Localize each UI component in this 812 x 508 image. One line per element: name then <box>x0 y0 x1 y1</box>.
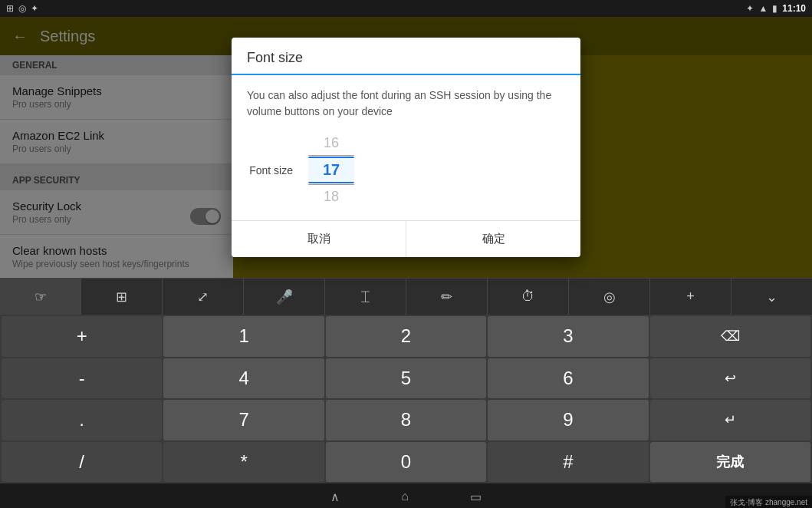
bottom-nav: ∧ ⌂ ▭ 张戈·博客 zhanggе.net <box>0 483 812 508</box>
key-plus[interactable]: + <box>2 316 162 357</box>
key-7[interactable]: 7 <box>163 400 324 440</box>
app-icon-1: ⊞ <box>6 3 14 14</box>
dialog-description: You can also adjust the font during an S… <box>247 87 565 120</box>
picker-divider-top <box>308 155 354 156</box>
toolbar-weibo-icon[interactable]: ◎ <box>569 279 650 315</box>
toolbar-eraser-icon[interactable]: ✏ <box>406 279 488 315</box>
picker-divider-bottom <box>308 184 354 185</box>
toolbar-plus-icon[interactable]: + <box>650 279 731 315</box>
nav-home-icon[interactable]: ⌂ <box>401 490 409 503</box>
key-minus[interactable]: - <box>2 358 162 399</box>
picker-value-current: 17 <box>308 157 354 183</box>
dialog-actions: 取消 确定 <box>232 220 580 257</box>
key-0[interactable]: 0 <box>326 442 486 483</box>
key-8[interactable]: 8 <box>326 400 486 440</box>
key-hash[interactable]: # <box>488 442 648 483</box>
confirm-button[interactable]: 确定 <box>406 221 580 257</box>
key-1[interactable]: 1 <box>163 316 324 357</box>
key-slash[interactable]: / <box>2 442 162 483</box>
dialog-header: Font size <box>232 38 580 75</box>
dialog-overlay: Font size You can also adjust the font d… <box>0 17 812 278</box>
keyboard-toolbar: ☞ ⊞ ⤢ 🎤 ⌶ ✏ ⏱ ◎ + ⌄ <box>0 278 812 315</box>
picker-value-above: 16 <box>308 132 354 154</box>
watermark: 张戈·博客 zhanggе.net <box>725 496 812 508</box>
cancel-button[interactable]: 取消 <box>232 221 406 257</box>
dialog-body: You can also adjust the font during an S… <box>232 75 580 220</box>
toolbar-grid-icon[interactable]: ⊞ <box>81 279 163 315</box>
numeric-keyboard: + 1 2 3 ⌫ - 4 5 6 ↩ . 7 8 9 ↵ / * 0 # 完成 <box>0 315 812 483</box>
status-bar: ⊞ ◎ ✦ ✦ ▲ ▮ 11:10 <box>0 0 812 17</box>
toolbar-cursor-icon[interactable]: ⌶ <box>325 279 406 315</box>
key-4[interactable]: 4 <box>163 358 324 399</box>
dialog-title: Font size <box>247 50 565 66</box>
key-3[interactable]: 3 <box>488 316 648 357</box>
number-picker[interactable]: 16 17 18 <box>308 132 354 208</box>
picker-value-below: 18 <box>308 186 354 208</box>
app-icon-2: ◎ <box>18 3 26 14</box>
settings-background: ← Settings GENERAL Manage Snippets Pro u… <box>0 17 812 278</box>
app-icon-3: ✦ <box>31 3 38 14</box>
key-done[interactable]: 完成 <box>650 442 810 483</box>
key-enter[interactable]: ↵ <box>650 400 810 440</box>
key-6[interactable]: 6 <box>488 358 648 399</box>
wifi-icon: ▲ <box>758 3 768 14</box>
key-9[interactable]: 9 <box>488 400 648 440</box>
toolbar-clock-icon[interactable]: ⏱ <box>488 279 569 315</box>
key-dot[interactable]: . <box>2 400 162 440</box>
toolbar-hand-icon[interactable]: ☞ <box>0 279 81 315</box>
key-2[interactable]: 2 <box>326 316 486 357</box>
status-time: 11:10 <box>782 3 806 14</box>
toolbar-resize-icon[interactable]: ⤢ <box>163 279 244 315</box>
toolbar-chevron-down-icon[interactable]: ⌄ <box>731 279 812 315</box>
key-asterisk[interactable]: * <box>163 442 324 483</box>
nav-chevron-up-icon[interactable]: ∧ <box>330 490 340 504</box>
key-5[interactable]: 5 <box>326 358 486 399</box>
font-size-dialog: Font size You can also adjust the font d… <box>232 38 580 257</box>
status-bar-left: ⊞ ◎ ✦ <box>6 3 741 14</box>
bluetooth-icon: ✦ <box>746 3 754 14</box>
nav-recent-icon[interactable]: ▭ <box>470 490 482 504</box>
font-size-picker: Font size 16 17 18 <box>247 132 565 208</box>
key-return[interactable]: ↩ <box>650 358 810 399</box>
font-size-label: Font size <box>247 164 293 176</box>
toolbar-mic-icon[interactable]: 🎤 <box>244 279 325 315</box>
battery-icon: ▮ <box>772 3 777 14</box>
key-backspace[interactable]: ⌫ <box>650 316 810 357</box>
